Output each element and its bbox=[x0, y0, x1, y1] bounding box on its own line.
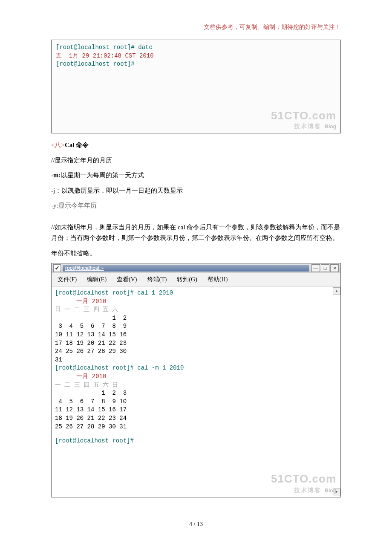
cal1-month: 一月 2010 bbox=[55, 298, 337, 306]
window-title: root@localhost:~ bbox=[63, 265, 309, 272]
menu-help-key: H bbox=[222, 276, 226, 283]
desc-line4: -y:显示今年年历 bbox=[51, 200, 341, 211]
cal1-row1: 1 2 bbox=[55, 314, 337, 323]
menu-view[interactable]: 查看(V) bbox=[117, 276, 137, 283]
scroll-down-button[interactable]: ▾ bbox=[333, 489, 340, 496]
opt-m: -m: bbox=[51, 172, 61, 179]
blank-line bbox=[55, 431, 337, 437]
desc-line2: -m:以星期一为每周的第一天方式 bbox=[51, 170, 341, 181]
scroll-up-button[interactable]: ▴ bbox=[333, 287, 340, 295]
watermark-51cto: 51CTO.com 技术博客Blog bbox=[271, 109, 336, 130]
cal2-row5: 25 26 27 28 29 30 31 bbox=[55, 423, 337, 431]
menu-file[interactable]: 文件(F) bbox=[58, 276, 77, 283]
watermark-blog: Blog bbox=[325, 124, 336, 130]
cmd-cal2: [root@localhost root]# cal -m 1 2010 bbox=[55, 364, 337, 373]
menu-file-key: F bbox=[72, 276, 75, 283]
terminal-output-date: [root@localhost root]# date 五 1月 29 21:0… bbox=[51, 40, 341, 133]
cal1-row6: 31 bbox=[55, 356, 337, 364]
cal2-row1: 1 2 3 bbox=[55, 389, 337, 398]
heading-prefix: <八> bbox=[51, 142, 65, 148]
cal2-month: 一月 2010 bbox=[55, 373, 337, 381]
minimize-button[interactable]: — bbox=[311, 264, 320, 272]
close-button[interactable]: ✕ bbox=[330, 264, 339, 272]
menu-term-label: 终端 bbox=[147, 276, 159, 283]
menu-goto-label: 转到 bbox=[177, 276, 189, 283]
term1-line3: [root@localhost root]# bbox=[56, 60, 336, 69]
desc-para2: 年份不能省略。 bbox=[51, 248, 341, 259]
cal2-row2: 4 5 6 7 8 9 10 bbox=[55, 398, 337, 406]
menu-view-key: V bbox=[131, 276, 135, 283]
cal1-row4: 17 18 19 20 21 22 23 bbox=[55, 339, 337, 348]
cal1-header: 日 一 二 三 四 五 六 bbox=[55, 306, 337, 314]
menu-edit-label: 编辑 bbox=[87, 276, 99, 283]
desc-para1: //如未指明年月，则显示当月的月历，如果在 cal 命令后只有一个参数，则该参数… bbox=[51, 222, 341, 244]
watermark-51cto-2: 51CTO.com 技术博客Blog bbox=[271, 471, 336, 494]
terminal-body[interactable]: ▴ ▾ [root@localhost root]# cal 1 2010 一月… bbox=[52, 286, 340, 497]
section-heading: <八>Cal 命令 bbox=[51, 140, 341, 151]
header-note: 文档供参考，可复制、编制，期待您的好评与关注！ bbox=[51, 23, 341, 31]
cal2-row4: 18 19 20 21 22 23 24 bbox=[55, 414, 337, 423]
cal1-row2: 3 4 5 6 7 8 9 bbox=[55, 322, 337, 331]
menu-view-label: 查看 bbox=[117, 276, 129, 283]
scrollbar[interactable]: ▴ ▾ bbox=[333, 287, 340, 496]
menu-goto-key: G bbox=[191, 276, 195, 283]
cal1-row5: 24 25 26 27 28 29 30 bbox=[55, 347, 337, 356]
menu-help-label: 帮助 bbox=[208, 276, 219, 283]
cal2-header: 一 二 三 四 五 六 日 bbox=[55, 381, 337, 390]
cal2-row3: 11 12 13 14 15 16 17 bbox=[55, 406, 337, 414]
term1-line2: 五 1月 29 21:02:48 CST 2010 bbox=[56, 52, 336, 61]
opt-m-desc: 以星期一为每周的第一天方式 bbox=[61, 172, 144, 179]
term1-line1: [root@localhost root]# date bbox=[56, 43, 336, 52]
maximize-button[interactable]: □ bbox=[321, 264, 329, 272]
menu-goto[interactable]: 转到(G) bbox=[177, 276, 197, 283]
watermark-big: 51CTO.com bbox=[271, 109, 336, 122]
watermark-small: 技术博客 bbox=[294, 123, 321, 130]
menu-terminal[interactable]: 终端(T) bbox=[147, 276, 167, 283]
menu-term-key: T bbox=[161, 276, 165, 283]
titlebar: ✔ root@localhost:~ — □ ✕ bbox=[52, 263, 340, 273]
menu-help[interactable]: 帮助(H) bbox=[208, 276, 228, 283]
menu-edit[interactable]: 编辑(E) bbox=[87, 276, 107, 283]
heading-cmd: Cal 命令 bbox=[65, 142, 89, 148]
desc-line3: -j：以凯撒历显示，即以一月一日起的天数显示 bbox=[51, 185, 341, 197]
cmd-prompt-final: [root@localhost root]# bbox=[55, 437, 337, 445]
desc-line1: //显示指定年月的月历 bbox=[51, 155, 341, 166]
watermark2-small: 技术博客 bbox=[294, 487, 321, 494]
terminal-window: ✔ root@localhost:~ — □ ✕ 文件(F) 编辑(E) 查看(… bbox=[51, 263, 341, 497]
cal1-row3: 10 11 12 13 14 15 16 bbox=[55, 331, 337, 339]
cmd-cal1: [root@localhost root]# cal 1 2010 bbox=[55, 289, 337, 298]
menubar: 文件(F) 编辑(E) 查看(V) 终端(T) 转到(G) 帮助(H) bbox=[52, 273, 340, 286]
app-icon: ✔ bbox=[53, 264, 61, 272]
watermark2-big: 51CTO.com bbox=[271, 471, 336, 486]
page-number: 4 / 13 bbox=[51, 521, 341, 528]
menu-edit-key: E bbox=[101, 276, 105, 283]
menu-file-label: 文件 bbox=[58, 276, 69, 283]
